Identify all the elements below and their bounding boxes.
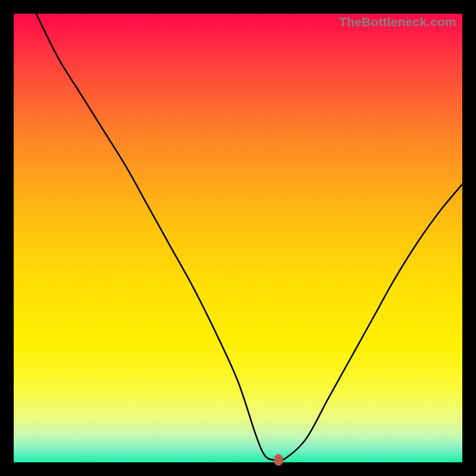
bottleneck-curve — [14, 14, 462, 462]
optimal-point-marker — [274, 454, 283, 466]
plot-area: TheBottleneck.com — [14, 14, 462, 462]
